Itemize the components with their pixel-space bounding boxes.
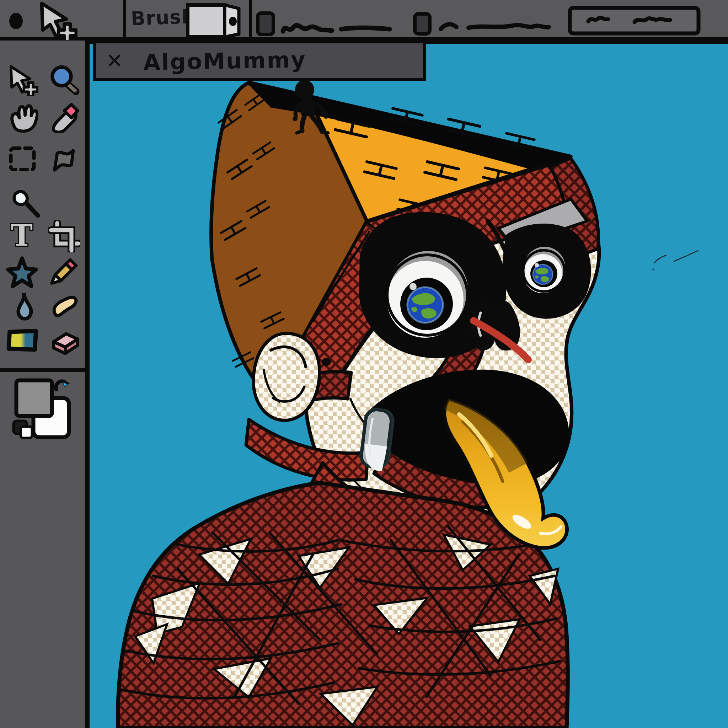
eraser-tool[interactable] — [48, 325, 80, 357]
tab-title: AlgoMummy — [143, 47, 306, 75]
crop-tool[interactable] — [48, 220, 80, 252]
gradient-tool[interactable] — [5, 326, 37, 358]
wand-tool[interactable] — [9, 186, 41, 218]
sidebar-divider — [0, 368, 85, 372]
toolbar-options-panel[interactable] — [567, 4, 702, 37]
stroke-scribble-1 — [280, 18, 394, 36]
document-tab[interactable]: ✕ AlgoMummy — [93, 41, 426, 81]
pencil-tool[interactable] — [48, 254, 80, 286]
toolbar-divider — [249, 0, 252, 37]
move-cursor-icon[interactable] — [35, 2, 78, 40]
mode-dot-icon[interactable] — [9, 13, 23, 29]
eyedropper-tool[interactable] — [48, 101, 80, 133]
smudge-tool[interactable] — [48, 289, 80, 321]
foreground-color-swatch — [16, 380, 52, 416]
hand-tool[interactable] — [6, 101, 38, 133]
stroke-scribble-2 — [438, 18, 559, 35]
toolbar-toggle-1[interactable] — [255, 11, 276, 37]
zoom-tool[interactable] — [48, 64, 80, 96]
color-swatches[interactable] — [11, 378, 78, 449]
move-tool[interactable] — [6, 64, 38, 96]
text-tool[interactable]: T — [6, 219, 38, 251]
toolbar-toggle-2[interactable] — [412, 11, 432, 36]
marquee-select-tool[interactable] — [6, 143, 38, 175]
toolbar-divider — [123, 0, 126, 37]
drawing-canvas[interactable] — [90, 41, 728, 728]
tool-sidebar: T — [0, 41, 90, 728]
close-icon[interactable]: ✕ — [106, 50, 123, 71]
shape-tool[interactable] — [4, 254, 36, 286]
top-toolbar: Brush — [0, 0, 728, 41]
brush-preview[interactable] — [185, 2, 243, 40]
blur-tool[interactable] — [8, 289, 40, 321]
svg-text:T: T — [11, 219, 33, 251]
lasso-tool[interactable] — [48, 144, 80, 176]
